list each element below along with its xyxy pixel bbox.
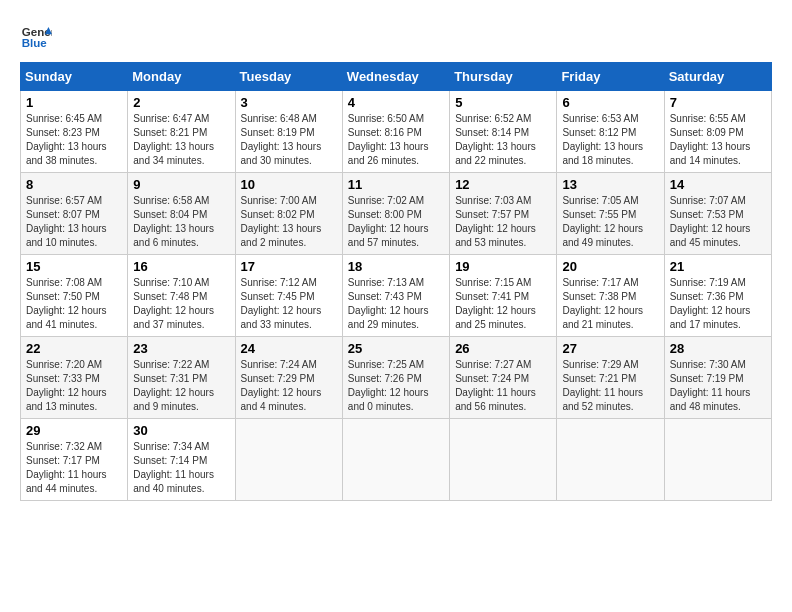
sunrise-label: Sunrise: 7:00 AM xyxy=(241,195,317,206)
day-number: 23 xyxy=(133,341,229,356)
day-number: 21 xyxy=(670,259,766,274)
daylight-label: Daylight: 13 hours and 34 minutes. xyxy=(133,141,214,166)
calendar-cell: 24 Sunrise: 7:24 AM Sunset: 7:29 PM Dayl… xyxy=(235,337,342,419)
calendar-cell: 8 Sunrise: 6:57 AM Sunset: 8:07 PM Dayli… xyxy=(21,173,128,255)
day-info: Sunrise: 7:27 AM Sunset: 7:24 PM Dayligh… xyxy=(455,358,551,414)
daylight-label: Daylight: 12 hours and 9 minutes. xyxy=(133,387,214,412)
sunrise-label: Sunrise: 7:05 AM xyxy=(562,195,638,206)
day-info: Sunrise: 7:17 AM Sunset: 7:38 PM Dayligh… xyxy=(562,276,658,332)
daylight-label: Daylight: 13 hours and 14 minutes. xyxy=(670,141,751,166)
daylight-label: Daylight: 13 hours and 38 minutes. xyxy=(26,141,107,166)
day-info: Sunrise: 7:07 AM Sunset: 7:53 PM Dayligh… xyxy=(670,194,766,250)
day-info: Sunrise: 7:30 AM Sunset: 7:19 PM Dayligh… xyxy=(670,358,766,414)
sunset-label: Sunset: 8:19 PM xyxy=(241,127,315,138)
calendar-cell: 27 Sunrise: 7:29 AM Sunset: 7:21 PM Dayl… xyxy=(557,337,664,419)
day-number: 14 xyxy=(670,177,766,192)
calendar-cell: 10 Sunrise: 7:00 AM Sunset: 8:02 PM Dayl… xyxy=(235,173,342,255)
day-info: Sunrise: 6:45 AM Sunset: 8:23 PM Dayligh… xyxy=(26,112,122,168)
daylight-label: Daylight: 12 hours and 33 minutes. xyxy=(241,305,322,330)
sunrise-label: Sunrise: 6:48 AM xyxy=(241,113,317,124)
day-number: 16 xyxy=(133,259,229,274)
sunrise-label: Sunrise: 7:34 AM xyxy=(133,441,209,452)
day-number: 25 xyxy=(348,341,444,356)
daylight-label: Daylight: 11 hours and 52 minutes. xyxy=(562,387,643,412)
sunrise-label: Sunrise: 7:03 AM xyxy=(455,195,531,206)
calendar-cell: 28 Sunrise: 7:30 AM Sunset: 7:19 PM Dayl… xyxy=(664,337,771,419)
daylight-label: Daylight: 11 hours and 44 minutes. xyxy=(26,469,107,494)
calendar-cell xyxy=(450,419,557,501)
sunset-label: Sunset: 7:43 PM xyxy=(348,291,422,302)
calendar-cell: 5 Sunrise: 6:52 AM Sunset: 8:14 PM Dayli… xyxy=(450,91,557,173)
sunrise-label: Sunrise: 7:25 AM xyxy=(348,359,424,370)
day-number: 4 xyxy=(348,95,444,110)
sunrise-label: Sunrise: 7:30 AM xyxy=(670,359,746,370)
sunset-label: Sunset: 7:53 PM xyxy=(670,209,744,220)
sunset-label: Sunset: 7:50 PM xyxy=(26,291,100,302)
daylight-label: Daylight: 12 hours and 29 minutes. xyxy=(348,305,429,330)
day-number: 20 xyxy=(562,259,658,274)
day-number: 2 xyxy=(133,95,229,110)
day-number: 7 xyxy=(670,95,766,110)
sunrise-label: Sunrise: 7:27 AM xyxy=(455,359,531,370)
sunrise-label: Sunrise: 7:19 AM xyxy=(670,277,746,288)
weekday-saturday: Saturday xyxy=(664,63,771,91)
calendar-cell: 26 Sunrise: 7:27 AM Sunset: 7:24 PM Dayl… xyxy=(450,337,557,419)
sunset-label: Sunset: 8:00 PM xyxy=(348,209,422,220)
day-number: 6 xyxy=(562,95,658,110)
sunset-label: Sunset: 7:19 PM xyxy=(670,373,744,384)
calendar-cell: 9 Sunrise: 6:58 AM Sunset: 8:04 PM Dayli… xyxy=(128,173,235,255)
day-info: Sunrise: 7:05 AM Sunset: 7:55 PM Dayligh… xyxy=(562,194,658,250)
weekday-tuesday: Tuesday xyxy=(235,63,342,91)
day-number: 13 xyxy=(562,177,658,192)
daylight-label: Daylight: 12 hours and 25 minutes. xyxy=(455,305,536,330)
calendar-cell xyxy=(235,419,342,501)
daylight-label: Daylight: 12 hours and 17 minutes. xyxy=(670,305,751,330)
day-number: 29 xyxy=(26,423,122,438)
sunrise-label: Sunrise: 7:07 AM xyxy=(670,195,746,206)
sunset-label: Sunset: 7:24 PM xyxy=(455,373,529,384)
day-info: Sunrise: 7:24 AM Sunset: 7:29 PM Dayligh… xyxy=(241,358,337,414)
day-info: Sunrise: 7:10 AM Sunset: 7:48 PM Dayligh… xyxy=(133,276,229,332)
weekday-friday: Friday xyxy=(557,63,664,91)
calendar-cell: 19 Sunrise: 7:15 AM Sunset: 7:41 PM Dayl… xyxy=(450,255,557,337)
day-info: Sunrise: 7:29 AM Sunset: 7:21 PM Dayligh… xyxy=(562,358,658,414)
calendar-cell: 4 Sunrise: 6:50 AM Sunset: 8:16 PM Dayli… xyxy=(342,91,449,173)
sunset-label: Sunset: 8:02 PM xyxy=(241,209,315,220)
day-info: Sunrise: 6:53 AM Sunset: 8:12 PM Dayligh… xyxy=(562,112,658,168)
calendar-cell: 7 Sunrise: 6:55 AM Sunset: 8:09 PM Dayli… xyxy=(664,91,771,173)
day-info: Sunrise: 6:52 AM Sunset: 8:14 PM Dayligh… xyxy=(455,112,551,168)
day-info: Sunrise: 7:20 AM Sunset: 7:33 PM Dayligh… xyxy=(26,358,122,414)
daylight-label: Daylight: 12 hours and 41 minutes. xyxy=(26,305,107,330)
sunset-label: Sunset: 8:14 PM xyxy=(455,127,529,138)
sunset-label: Sunset: 8:16 PM xyxy=(348,127,422,138)
sunrise-label: Sunrise: 7:32 AM xyxy=(26,441,102,452)
calendar-cell xyxy=(664,419,771,501)
sunset-label: Sunset: 8:21 PM xyxy=(133,127,207,138)
weekday-wednesday: Wednesday xyxy=(342,63,449,91)
daylight-label: Daylight: 12 hours and 57 minutes. xyxy=(348,223,429,248)
day-info: Sunrise: 7:15 AM Sunset: 7:41 PM Dayligh… xyxy=(455,276,551,332)
daylight-label: Daylight: 13 hours and 10 minutes. xyxy=(26,223,107,248)
day-number: 27 xyxy=(562,341,658,356)
sunset-label: Sunset: 7:26 PM xyxy=(348,373,422,384)
sunrise-label: Sunrise: 7:12 AM xyxy=(241,277,317,288)
sunrise-label: Sunrise: 7:13 AM xyxy=(348,277,424,288)
sunrise-label: Sunrise: 7:17 AM xyxy=(562,277,638,288)
sunrise-label: Sunrise: 6:58 AM xyxy=(133,195,209,206)
day-info: Sunrise: 6:47 AM Sunset: 8:21 PM Dayligh… xyxy=(133,112,229,168)
logo: General Blue xyxy=(20,20,52,52)
sunset-label: Sunset: 7:31 PM xyxy=(133,373,207,384)
week-row-5: 29 Sunrise: 7:32 AM Sunset: 7:17 PM Dayl… xyxy=(21,419,772,501)
calendar-cell: 25 Sunrise: 7:25 AM Sunset: 7:26 PM Dayl… xyxy=(342,337,449,419)
sunset-label: Sunset: 7:29 PM xyxy=(241,373,315,384)
daylight-label: Daylight: 13 hours and 26 minutes. xyxy=(348,141,429,166)
day-info: Sunrise: 6:48 AM Sunset: 8:19 PM Dayligh… xyxy=(241,112,337,168)
calendar-cell: 16 Sunrise: 7:10 AM Sunset: 7:48 PM Dayl… xyxy=(128,255,235,337)
week-row-1: 1 Sunrise: 6:45 AM Sunset: 8:23 PM Dayli… xyxy=(21,91,772,173)
day-number: 11 xyxy=(348,177,444,192)
day-info: Sunrise: 7:22 AM Sunset: 7:31 PM Dayligh… xyxy=(133,358,229,414)
day-info: Sunrise: 7:19 AM Sunset: 7:36 PM Dayligh… xyxy=(670,276,766,332)
calendar-cell: 30 Sunrise: 7:34 AM Sunset: 7:14 PM Dayl… xyxy=(128,419,235,501)
weekday-header-row: SundayMondayTuesdayWednesdayThursdayFrid… xyxy=(21,63,772,91)
sunset-label: Sunset: 7:57 PM xyxy=(455,209,529,220)
